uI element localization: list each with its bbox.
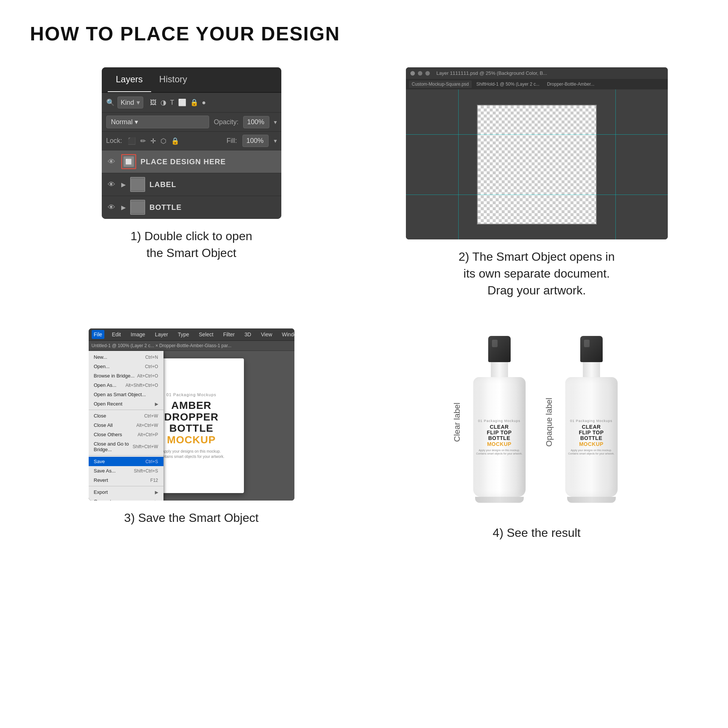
layer-thumbnail-label [130,177,145,192]
layers-kind-toolbar: 🔍 Kind ▾ 🖼 ◑ T ⬜ 🔒 ● [102,93,281,113]
doc-desc: Apply your designs on this mockup.Contai… [158,449,225,459]
layer-name-place-design: PLACE DESIGN HERE [141,158,226,166]
step1-caption: 1) Double click to openthe Smart Object [30,228,353,262]
menu-revert[interactable]: RevertF12 [89,476,164,485]
shape-kind-icon[interactable]: ⬜ [178,98,186,107]
ps-file-window: File Edit Image Layer Type Select Filter… [89,329,294,500]
layer-expand-icon[interactable]: ▶ [121,204,126,211]
layer-thumbnail-bottle [130,200,145,215]
fill-arrow-icon: ▾ [274,137,277,144]
bottles-display-area: Clear label 01 Packaging Mockups CLEARFL… [375,329,698,515]
ps-toolbar-row: Untitled-1 @ 100% (Layer 2 c... × Droppe… [89,341,294,351]
bottle-name-clear: CLEARFLIP TOPBOTTLEMOCKUP [476,424,523,447]
menu-open-as[interactable]: Open As...Alt+Shift+Ctrl+O [89,381,164,390]
menu-3d[interactable]: 3D [242,330,254,339]
menu-file[interactable]: File [92,330,105,339]
layer-item-place-design[interactable]: 👁 ⬜ PLACE DESIGN HERE [102,150,281,173]
bottle-opaque-group: Opaque label 01 Packaging Mockups CLEARF… [544,336,621,508]
step3-block: File Edit Image Layer Type Select Filter… [30,329,353,541]
bottle-clear-label-text: Clear label [452,402,462,442]
menu-browse-bridge[interactable]: Browse in Bridge...Alt+Ctrl+O [89,371,164,381]
menu-filter[interactable]: Filter [221,330,237,339]
toolbar-content: Untitled-1 @ 100% (Layer 2 c... × Droppe… [92,343,232,348]
kind-select[interactable]: Kind ▾ [118,96,143,109]
ps-tab-1[interactable]: Custom-Mockup-Square.psd [409,80,472,88]
menu-close[interactable]: CloseCtrl+W [89,411,164,421]
lock-all-icon[interactable]: 🔒 [171,137,179,145]
bottle-clear-group: Clear label 01 Packaging Mockups CLEARFL… [452,336,529,508]
bottle-orange-clear: MOCKUP [487,441,511,447]
ps-tab-2[interactable]: ShiftHold-1 @ 50% (Layer 2 c... [473,80,543,88]
smart-object-icon: ⬜ [124,156,134,167]
menu-select[interactable]: Select [197,330,216,339]
menu-save-as[interactable]: Save As...Shift+Ctrl+S [89,466,164,476]
layer-visibility-icon[interactable]: 👁 [106,202,117,213]
bottle-bottom-opaque [567,497,616,503]
page-title: HOW TO PLACE YOUR DESIGN [30,23,698,45]
menu-view[interactable]: View [258,330,274,339]
menu-generate[interactable]: Generate▶ [89,497,164,500]
layer-item-bottle[interactable]: 👁 ▶ BOTTLE [102,196,281,219]
bottle-body-opaque: 01 Packaging Mockups CLEARFLIP TOPBOTTLE… [565,377,618,497]
bottle-brand-opaque: 01 Packaging Mockups [568,419,615,423]
bottle-cap-clear [488,336,511,362]
layer-name-label: LABEL [150,180,177,189]
step2-block: Layer 1111111.psd @ 25% (Background Colo… [375,67,698,298]
lock-position-icon[interactable]: ✏ [140,137,146,145]
folder-icon [131,179,144,190]
layer-visibility-icon[interactable]: 👁 [106,156,117,167]
ps-checkerboard-canvas [477,105,597,225]
layer-item-label[interactable]: 👁 ▶ LABEL [102,173,281,196]
window-maximize-btn[interactable] [425,71,430,76]
bottle-label-content-opaque: 01 Packaging Mockups CLEARFLIP TOPBOTTLE… [565,415,618,459]
opacity-value[interactable]: 100% [243,116,269,128]
bottle-label-content-clear: 01 Packaging Mockups CLEARFLIP TOPBOTTLE… [473,415,526,459]
window-close-btn[interactable] [410,71,415,76]
ps-canvas-area [406,89,668,239]
blend-mode-select[interactable]: Normal ▾ [106,116,210,128]
bottle-neck-clear [491,362,508,377]
layer-visibility-icon[interactable]: 👁 [106,179,117,190]
menu-new[interactable]: New...Ctrl+N [89,352,164,362]
menu-open-smart[interactable]: Open as Smart Object... [89,390,164,399]
fill-value[interactable]: 100% [242,135,269,147]
step1-block: Layers History 🔍 Kind ▾ 🖼 ◑ T ⬜ 🔒 [30,67,353,298]
layer-expand-icon[interactable]: ▶ [121,181,126,188]
bottle-orange-opaque: MOCKUP [579,441,603,447]
smart-kind-icon[interactable]: 🔒 [190,98,198,107]
text-kind-icon[interactable]: T [170,99,174,107]
chevron-down-icon: ▾ [136,98,140,107]
page-wrapper: HOW TO PLACE YOUR DESIGN Layers History … [0,0,728,728]
menu-open[interactable]: Open...Ctrl+O [89,362,164,371]
separator-2 [89,455,164,456]
menu-close-all[interactable]: Close AllAlt+Ctrl+W [89,421,164,430]
menu-open-recent[interactable]: Open Recent▶ [89,399,164,408]
circle-kind-icon[interactable]: ● [202,99,206,107]
menu-export[interactable]: Export▶ [89,488,164,497]
menu-type[interactable]: Type [176,330,191,339]
bottle-opaque-drawing: 01 Packaging Mockups CLEARFLIP TOPBOTTLE… [561,336,621,508]
tab-history[interactable]: History [151,67,196,92]
menu-close-others[interactable]: Close OthersAlt+Ctrl+P [89,430,164,439]
instructions-grid: Layers History 🔍 Kind ▾ 🖼 ◑ T ⬜ 🔒 [30,67,698,541]
opacity-label: Opacity: [214,118,238,126]
tab-layers[interactable]: Layers [108,67,151,92]
menu-window[interactable]: Window [280,330,294,339]
menu-close-bridge[interactable]: Close and Go to Bridge...Shift+Ctrl+W [89,439,164,454]
window-minimize-btn[interactable] [418,71,422,76]
ps-tab-3[interactable]: Dropper-Bottle-Amber... [544,80,598,88]
ps-titlebar: Layer 1111111.psd @ 25% (Background Colo… [406,67,668,79]
lock-crop-icon[interactable]: ⬡ [161,137,167,145]
lock-artboard-icon[interactable]: ✛ [150,137,156,145]
ps-window-step2: Layer 1111111.psd @ 25% (Background Colo… [406,67,668,239]
lock-pixels-icon[interactable]: ⬛ [128,137,136,145]
lock-row: Lock: ⬛ ✏ ✛ ⬡ 🔒 Fill: 100% ▾ [102,132,281,150]
menu-edit[interactable]: Edit [110,330,123,339]
menu-image[interactable]: Image [128,330,147,339]
lock-label: Lock: [106,137,122,145]
menu-layer[interactable]: Layer [153,330,170,339]
ps-tabs-row: Custom-Mockup-Square.psd ShiftHold-1 @ 5… [406,79,668,89]
menu-save[interactable]: SaveCtrl+S [89,457,164,466]
adjust-kind-icon[interactable]: ◑ [161,98,167,107]
image-kind-icon[interactable]: 🖼 [150,99,157,107]
